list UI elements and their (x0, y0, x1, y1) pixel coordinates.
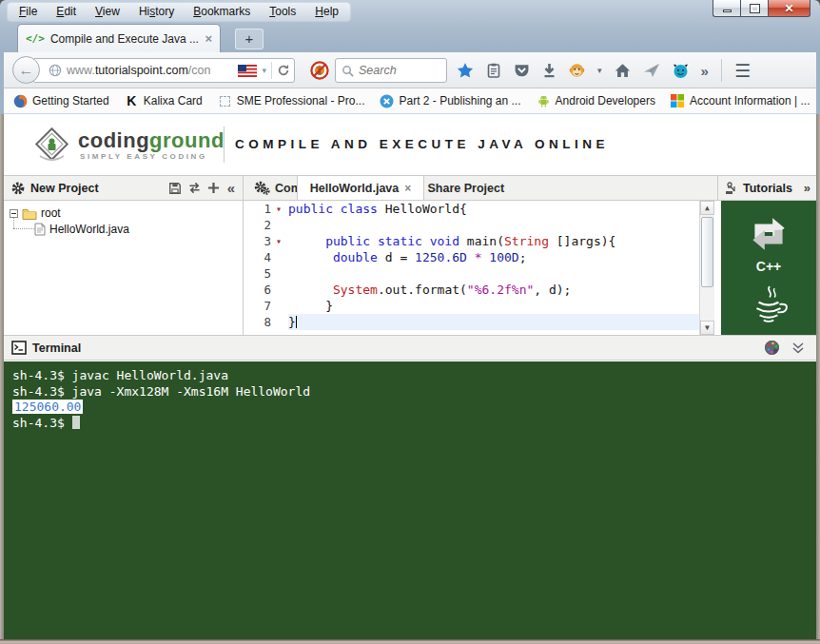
code-line[interactable] (288, 217, 699, 233)
menu-text: ools (275, 5, 296, 18)
url-dropdown-caret-icon[interactable]: ▾ (262, 66, 266, 75)
scrollbar-thumb[interactable] (701, 217, 713, 287)
page-title: COMPILE AND EXECUTE JAVA ONLINE (235, 137, 609, 151)
code-token: 100D (489, 250, 518, 264)
monkey-extension-icon[interactable] (569, 63, 585, 79)
project-panel-title: New Project (30, 182, 163, 195)
browser-tab[interactable]: </> Compile and Execute Java ... × (17, 24, 221, 52)
url-bar[interactable]: www.tutorialspoint.com/con ▾ (32, 58, 295, 83)
bookmark-item[interactable]: KKalixa Card (125, 94, 203, 108)
bookmark-item[interactable]: Account Information | ... (671, 94, 810, 108)
gutter-line: 8 (244, 314, 288, 330)
tutorials-icon (724, 182, 739, 195)
back-button[interactable]: ← (12, 56, 40, 84)
send-icon[interactable] (643, 63, 660, 78)
code-line[interactable]: public static void main(String []args){ (288, 233, 699, 249)
code-line[interactable]: } (288, 298, 699, 314)
code-editor[interactable]: 1▾23▾45678 public class HelloWorld{ publ… (244, 201, 714, 335)
tutorial-cpp[interactable]: C++ (745, 212, 792, 274)
menu-edit[interactable]: Edit (56, 5, 76, 18)
site-header: codingground SIMPLY EASY CODING COMPILE … (4, 114, 816, 175)
code-line[interactable] (288, 265, 699, 282)
gutter-line: 4 (244, 249, 288, 265)
close-window-button[interactable]: ✕ (768, 0, 810, 17)
search-input[interactable] (359, 64, 435, 77)
gutter-line: 5 (244, 265, 288, 282)
menu-bookmarks[interactable]: Bookmarks (193, 5, 250, 18)
code-line[interactable]: System.out.format("%6.2f%n", d); (288, 282, 699, 298)
editor-file-tab[interactable]: HelloWorld.java × (297, 176, 424, 200)
pocket-icon[interactable] (514, 64, 530, 78)
code-line[interactable]: double d = 1250.6D * 100D; (288, 249, 699, 265)
editor-tab-close-icon[interactable]: × (404, 182, 411, 195)
file-tree[interactable]: root HelloWorld.java (4, 201, 244, 335)
tab-title: Compile and Execute Java ... (50, 32, 200, 46)
save-icon[interactable] (168, 182, 182, 195)
tutorials-header[interactable]: Tutorials » (717, 176, 816, 200)
fold-arrow-icon[interactable]: ▾ (271, 204, 286, 214)
tab-close-icon[interactable]: × (205, 31, 212, 46)
microsoft-icon (671, 94, 685, 108)
adblock-icon[interactable] (310, 61, 329, 80)
minimize-button[interactable] (713, 0, 740, 17)
menu-history[interactable]: History (139, 5, 174, 18)
home-icon[interactable] (615, 63, 631, 78)
code-line[interactable]: } (288, 314, 699, 330)
tutorials-chevron-icon[interactable]: » (804, 181, 810, 195)
terminal-icon (11, 341, 27, 355)
terminal-output[interactable]: sh-4.3$ javac HelloWorld.javash-4.3$ jav… (4, 361, 816, 639)
refresh-icon[interactable] (187, 182, 202, 194)
hamburger-menu-icon[interactable]: ☰ (734, 60, 751, 82)
us-flag-icon (238, 65, 257, 77)
code-token: public class (288, 202, 385, 216)
bookmark-item[interactable]: Android Developers (537, 94, 655, 108)
add-file-icon[interactable] (207, 182, 220, 194)
bookmark-item[interactable]: SME Professional - Pro... (218, 94, 365, 108)
close-icon: ✕ (784, 2, 793, 15)
tree-item-root[interactable]: root (10, 206, 61, 220)
page-content: codingground SIMPLY EASY CODING COMPILE … (4, 114, 816, 639)
window-frame (0, 114, 4, 644)
bookmark-label: Kalixa Card (144, 94, 203, 107)
brand-name[interactable]: codingground (78, 128, 225, 153)
code-line[interactable]: public class HelloWorld{ (288, 201, 699, 217)
editor-scrollbar[interactable]: ▲ ▼ (699, 201, 714, 335)
download-icon[interactable] (542, 63, 556, 78)
menu-file[interactable]: File (19, 5, 37, 18)
folder-icon (22, 207, 37, 220)
gears-icon (254, 181, 270, 195)
gear-icon (11, 182, 25, 195)
tree-item-file[interactable]: HelloWorld.java (34, 223, 129, 236)
maximize-button[interactable] (740, 0, 768, 17)
search-box[interactable] (335, 58, 447, 83)
overflow-icon[interactable]: » (701, 63, 709, 79)
menu-text: dit (64, 5, 76, 18)
tree-collapse-icon[interactable] (10, 209, 18, 218)
bookmark-label: Getting Started (32, 94, 109, 107)
back-arrow-icon: ← (19, 62, 34, 79)
bookmark-item[interactable]: Part 2 - Publishing an ... (380, 94, 520, 108)
share-project-button[interactable]: Share Project (412, 182, 505, 195)
devil-extension-icon[interactable] (673, 63, 689, 79)
bookmarks-menu-icon[interactable] (486, 63, 501, 79)
window-frame (816, 114, 820, 644)
caret-icon[interactable]: ▾ (597, 66, 602, 75)
editor-code-area[interactable]: public class HelloWorld{ public static v… (288, 201, 699, 335)
bookmark-star-icon[interactable] (457, 62, 474, 79)
menu-view[interactable]: View (95, 5, 120, 18)
menu-help[interactable]: Help (315, 5, 339, 18)
scroll-up-icon[interactable]: ▲ (700, 201, 714, 215)
collapse-terminal-icon[interactable] (791, 342, 805, 355)
scroll-down-icon[interactable]: ▼ (700, 321, 714, 335)
fold-arrow-icon[interactable]: ▾ (271, 236, 286, 246)
menu-tools[interactable]: Tools (269, 5, 296, 18)
line-number: 7 (244, 299, 271, 313)
terminal-line: sh-4.3$ (12, 416, 808, 432)
tutorial-java[interactable]: JAVA Programming (737, 285, 800, 335)
bookmark-item[interactable]: Getting Started (13, 94, 109, 108)
collapse-panel-icon[interactable]: « (227, 180, 235, 196)
reload-icon[interactable] (277, 64, 290, 77)
theme-palette-icon[interactable] (764, 340, 780, 356)
new-tab-button[interactable]: + (235, 29, 264, 49)
code-token: "%6.2f%n" (467, 283, 534, 297)
